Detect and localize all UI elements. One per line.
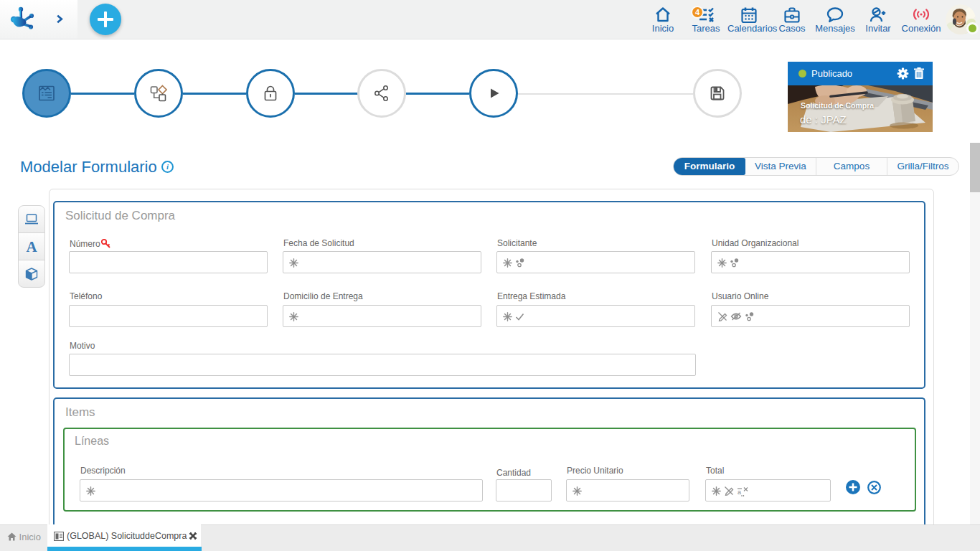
svg-text:a: a: [738, 489, 741, 496]
